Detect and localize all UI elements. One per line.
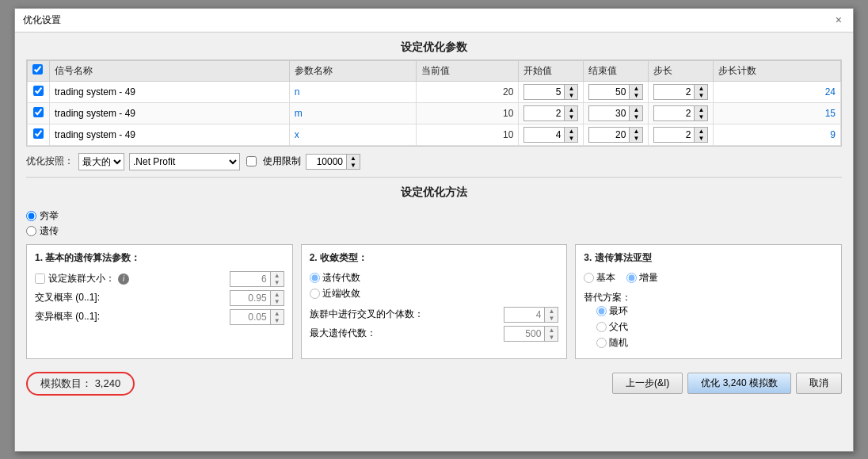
start-1-up[interactable]: ▲ [565,106,577,113]
end-0-spinner[interactable]: ▲ ▼ [588,84,643,100]
groupcross-input[interactable] [504,308,544,321]
step-0-spinner[interactable]: ▲ ▼ [653,84,708,100]
end-2-spinner[interactable]: ▲ ▼ [588,127,643,143]
col-check [28,60,50,81]
cross-down-btn[interactable]: ▼ [271,298,284,305]
mutate-down-btn[interactable]: ▼ [271,317,284,324]
start-2-up[interactable]: ▲ [565,128,577,135]
limit-spinner[interactable]: ▲ ▼ [306,154,360,170]
row-current: 10 [417,124,519,145]
row-end-cell: ▲ ▼ [584,102,649,124]
end-1-up[interactable]: ▲ [630,106,642,113]
mutate-label: 变异概率 (0..1]: [35,310,100,323]
start-2-input[interactable] [524,128,564,141]
step-0-down[interactable]: ▼ [695,92,707,99]
replace-label: 替代方案： [584,291,833,304]
groupcross-down-btn[interactable]: ▼ [545,315,558,322]
panel2: 2. 收敛类型： 遗传代数 近端收敛 族群中进行交叉的个体数： [301,244,568,359]
step-1-down[interactable]: ▼ [695,113,707,120]
start-0-down[interactable]: ▼ [565,92,577,99]
params-table: 信号名称 参数名称 当前值 开始值 结束值 步长 步长计数 trading sy… [27,60,841,146]
end-0-down[interactable]: ▼ [630,92,642,99]
groupcross-up-btn[interactable]: ▲ [545,308,558,315]
end-0-input[interactable] [589,86,629,98]
end-2-up[interactable]: ▲ [630,128,642,135]
start-2-down[interactable]: ▼ [565,135,577,142]
end-1-down[interactable]: ▼ [630,113,642,120]
row-checkbox-0[interactable] [33,86,44,96]
dialog: 优化设置 × 设定优化参数 信号名称 参数名称 当前值 开始值 结束值 步长 步… [14,8,854,452]
start-1-down[interactable]: ▼ [565,113,577,120]
panel3-replace-fudai: 父代 [596,320,833,334]
panel2-title: 2. 收敛类型： [310,251,559,265]
cross-up-btn[interactable]: ▲ [271,291,284,298]
section2-title: 设定优化方法 [15,178,853,205]
use-limit-checkbox[interactable] [246,156,257,166]
maxgen-up-btn[interactable]: ▲ [545,327,558,334]
popsize-val: ▲ ▼ [230,271,284,287]
step-1-spinner[interactable]: ▲ ▼ [653,105,708,121]
end-2-input[interactable] [589,128,629,141]
maxgen-down-btn[interactable]: ▼ [545,334,558,341]
panel2-genetic-radio: 遗传代数 [310,271,559,285]
end-2-down[interactable]: ▼ [630,135,642,142]
sim-value: 3,240 [95,377,121,389]
row-step-cell: ▲ ▼ [649,81,714,102]
close-button[interactable]: × [832,13,845,26]
limit-down-btn[interactable]: ▼ [347,162,360,169]
popsize-up-btn[interactable]: ▲ [271,272,284,279]
end-1-spinner[interactable]: ▲ ▼ [588,105,643,121]
start-1-input[interactable] [524,107,564,120]
popsize-down-btn[interactable]: ▼ [271,279,284,286]
maxgen-input[interactable] [504,327,544,340]
method-genetic[interactable]: 遗传 [26,224,842,238]
mutate-input[interactable] [230,311,270,323]
step-1-input[interactable] [654,107,694,120]
step-2-input[interactable] [654,128,694,141]
row-check-cell [28,102,50,124]
step-2-up[interactable]: ▲ [695,128,707,135]
end-1-input[interactable] [589,107,629,120]
step-2-spinner[interactable]: ▲ ▼ [653,127,708,143]
start-0-input[interactable] [524,86,564,98]
cancel-button[interactable]: 取消 [796,373,842,394]
optimize-label: 优化按照： [26,155,74,168]
limit-input[interactable] [306,155,346,168]
mutate-up-btn[interactable]: ▲ [271,310,284,317]
end-0-up[interactable]: ▲ [630,85,642,92]
row-checkbox-1[interactable] [33,107,44,117]
col-step: 步长 [649,60,714,81]
popsize-checkbox[interactable] [35,273,45,284]
start-1-spinner[interactable]: ▲ ▼ [523,105,578,121]
row-param: n [289,81,417,102]
step-0-input[interactable] [654,86,694,98]
start-0-spinner[interactable]: ▲ ▼ [523,84,578,100]
method-section: 穷举 遗传 1. 基本的遗传算法参数： 设定族群大小： i [26,205,842,359]
row-end-cell: ▲ ▼ [584,81,649,102]
row-count: 9 [714,124,841,145]
maxgen-label: 最大遗传代数： [310,327,376,340]
optimize-direction-select[interactable]: 最大的 最小的 [78,153,124,170]
back-button[interactable]: 上一步(&I) [612,373,683,394]
method-exhaustive[interactable]: 穷举 [26,209,842,223]
step-1-up[interactable]: ▲ [695,106,707,113]
row-step-cell: ▲ ▼ [649,102,714,124]
limit-up-btn[interactable]: ▲ [347,155,360,162]
cross-input[interactable] [230,292,270,304]
step-0-up[interactable]: ▲ [695,85,707,92]
start-2-spinner[interactable]: ▲ ▼ [523,127,578,143]
row-signal: trading system - 49 [50,124,290,145]
step-2-down[interactable]: ▼ [695,135,707,142]
col-end: 结束值 [584,60,649,81]
panel2-groupcross-row: 族群中进行交叉的个体数： ▲ ▼ [310,307,559,323]
optimize-target-select[interactable]: .Net Profit Profit Total Trades Win Rate [129,153,240,170]
table-row: trading system - 49 n 20 ▲ ▼ ▲ ▼ ▲ ▼ 24 [28,81,841,102]
optimize-button[interactable]: 优化 3,240 模拟数 [687,373,791,394]
row-check-cell [28,124,50,145]
select-all-checkbox[interactable] [32,64,43,75]
popsize-input[interactable] [230,273,270,285]
col-signal: 信号名称 [50,60,290,81]
row-checkbox-2[interactable] [33,128,44,139]
start-0-up[interactable]: ▲ [565,85,577,92]
row-param: x [289,124,417,145]
